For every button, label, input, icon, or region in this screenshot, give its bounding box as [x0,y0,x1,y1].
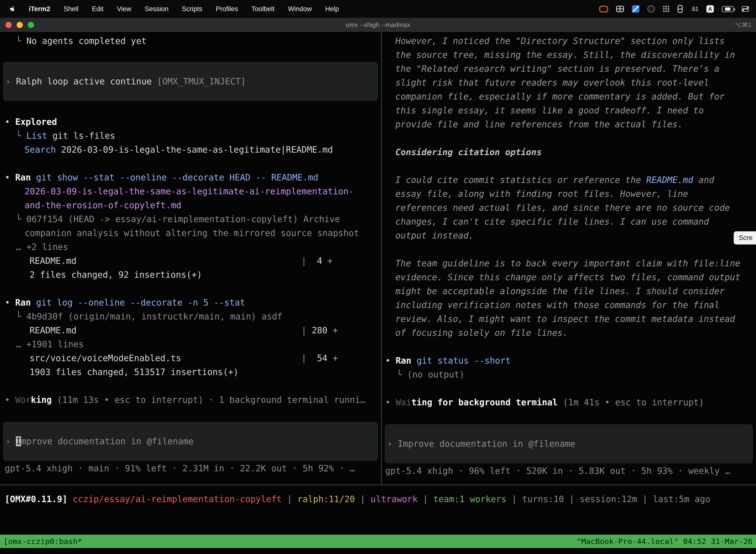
text-segment: • [5,297,15,308]
text-segment: I [16,436,21,446]
menubar-item-profiles[interactable]: Profiles [216,5,238,13]
screen-recording-icon[interactable] [599,6,608,12]
input-source-icon[interactable]: A [706,5,714,13]
window-shortcut-label: ⌥⌘1 [735,21,752,29]
screen-share-tooltip[interactable]: Scre [734,231,756,244]
dark-app-icon[interactable] [647,5,655,13]
menubar-item-view[interactable]: View [117,5,131,13]
text-segment: src/voice/voiceModeEnabled.ts [29,353,301,363]
text-segment: • [5,172,15,182]
terminal-line: … +2 lines [0,240,381,254]
session-stats-line: gpt-5.4 xhigh · 96% left · 520K in · 5.8… [382,464,756,478]
window-grid-icon[interactable] [616,6,624,12]
battery-icon[interactable] [722,6,734,12]
text-segment: README.md [29,325,301,335]
tmux-session-label: [omx-cczip0:bash* [3,537,82,546]
terminal-line: companion analysis without altering the … [0,226,381,240]
keyboard-layout-rung [678,9,682,9]
terminal-line: • Ran git status --short [382,354,756,368]
text-segment: gpt-5.4 xhigh · 96% left · 520K in · 5.8… [385,466,730,476]
gap [0,157,381,170]
text-segment: README.md [29,256,301,266]
terminal-line: changes, I can't cite specific file line… [382,215,756,229]
text-segment: the source tree, missing the essay. Stil… [395,50,735,60]
text-segment: and-the-erosion-of-copyleft.md [24,200,181,210]
menubar-item-shell[interactable]: Shell [64,5,79,13]
menubar-item-session[interactable]: Session [145,5,169,13]
text-segment: 2026-03-09-is-legal-the-same-as-legitima… [56,145,333,155]
menubar-item-scripts[interactable]: Scripts [182,5,202,13]
text-segment: (1m 41s • esc to interrupt) [558,397,704,407]
text-segment: • [385,397,396,407]
tmux-pane-left[interactable]: └ No agents completed yet› Ralph loop ac… [0,32,381,485]
menu-bar: iTerm2 Shell Edit View Session Scripts P… [0,0,756,18]
keyboard-layout-icon[interactable] [678,5,683,13]
text-segment: 4 [307,256,327,266]
omx-status-pane: [OMX#0.11.9] cczip/essay/ai-reimplementa… [0,485,756,535]
gap [382,382,756,395]
text-segment: review. Also, I might want to inspect th… [395,314,735,324]
menubar-item-edit[interactable]: Edit [92,5,104,13]
menu-bar-left: iTerm2 Shell Edit View Session Scripts P… [10,5,339,13]
text-segment: … +2 lines [16,242,68,252]
text-segment: + [333,353,338,363]
terminal-line: README.md | 4 + [0,254,381,268]
text-segment: [OMX#0.11.9] [5,494,67,504]
menubar-item-iterm2[interactable]: iTerm2 [29,5,50,13]
text-segment: 1903 files changed, 513517 insertions(+) [29,367,239,377]
text-segment: last:5m ago [653,494,710,504]
text-segment: └ [16,36,26,46]
menubar-item-window[interactable]: Window [288,5,312,13]
terminal-line: and-the-erosion-of-copyleft.md [0,198,381,212]
text-segment: Wai [396,397,411,407]
tmux-pane-right[interactable]: However, I noticed the "Directory Struct… [382,32,756,485]
tmux-status-bar: [omx-cczip0:bash* "MacBook-Pro-44.local"… [0,535,756,548]
gap [0,379,381,393]
terminal-line: └ 067f154 (HEAD -> essay/ai-reimplementa… [0,212,381,226]
prompt-input[interactable]: › Improve documentation in @filename [385,424,753,463]
text-segment: of focusing solely on file lines. [395,328,568,338]
text-segment: › [5,436,16,446]
text-segment: this single essay, it seems like a good … [395,106,704,115]
text-segment: companion file, especially if more comme… [395,92,725,102]
control-center-icon[interactable] [742,6,749,12]
text-segment: | [418,494,433,504]
menu-bar-status-items: .61 A [599,5,749,13]
text-segment: I could cite commit statistics or refere… [395,175,646,185]
text-segment: (11m 13s • esc to interrupt) · 1 backgro… [52,395,365,405]
text-segment: Ran [396,356,411,366]
working-spinner-line: • Working (11m 13s • esc to interrupt) ·… [0,393,381,407]
text-segment: 2 files changed, 92 insertions(+) [29,270,202,280]
battery-fill [725,7,731,11]
prompt-input[interactable]: › Improve documentation in @filename [3,422,378,461]
text-segment: 54 [307,353,333,363]
gap [382,409,756,424]
terminal-line: … +1901 lines [0,337,381,351]
terminal-line: src/voice/voiceModeEnabled.ts | 54 + [0,351,381,365]
text-segment: README.md [646,175,693,185]
text-segment: › [387,439,397,449]
text-segment: └ [16,312,26,321]
blue-app-icon[interactable] [632,5,639,13]
ralph-loop-banner[interactable]: › Ralph loop active continue [OMX_TMUX_I… [3,62,378,101]
text-segment: slight risk that future readers may over… [395,78,709,88]
apple-menu-icon[interactable] [10,6,15,12]
text-segment: No agents completed yet [26,36,146,46]
menubar-item-toolbelt[interactable]: Toolbelt [252,5,274,13]
text-segment: └ [16,131,26,141]
terminal-line: • Ran git log --oneline --decorate -n 5 … [0,296,381,310]
gauge-icon[interactable]: .61 [691,6,698,12]
menubar-item-help[interactable]: Help [325,5,339,13]
terminal-line: provide file and line references from th… [382,117,756,131]
text-segment: essay file, along with finding root file… [395,189,688,199]
gap [0,48,381,62]
terminal-line: 2026-03-09-is-legal-the-same-as-legitima… [0,184,381,198]
apps-grid-icon[interactable] [663,5,670,12]
battery-nub [734,8,735,11]
text-segment: 280 [307,325,333,335]
window-title-bar[interactable]: omx --xhigh --madmax ⌥⌘1 [0,18,756,32]
gap [382,340,756,354]
terminal-line: 2 files changed, 92 insertions(+) [0,268,381,282]
text-segment: • [385,356,396,366]
text-segment: └ [397,370,407,380]
